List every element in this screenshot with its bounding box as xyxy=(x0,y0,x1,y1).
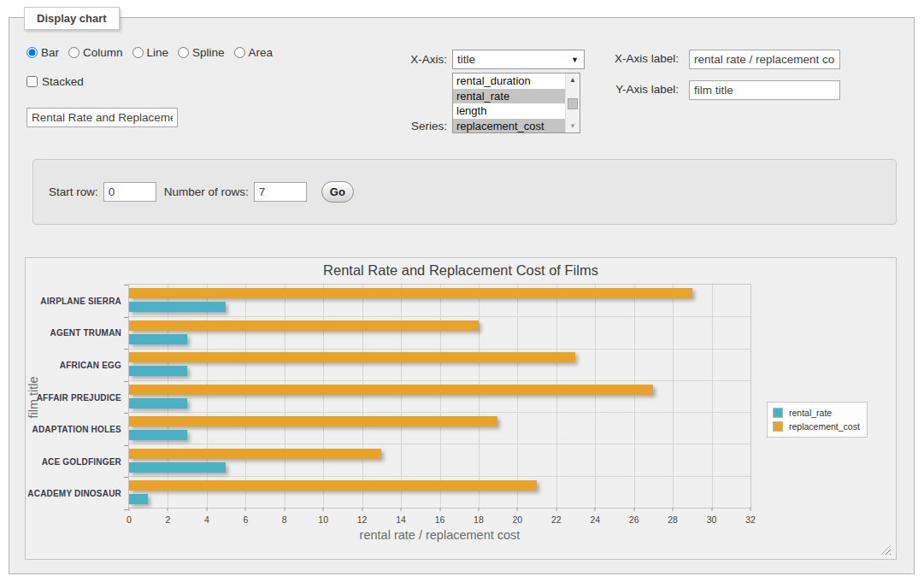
y-tick-mark xyxy=(124,445,128,446)
x-axis-label-input[interactable] xyxy=(689,50,840,69)
radio-column[interactable] xyxy=(68,47,79,58)
scrollbar-track[interactable] xyxy=(566,86,580,120)
scroll-down-icon[interactable]: ▼ xyxy=(566,120,580,132)
x-tick-mark xyxy=(673,508,674,511)
x-tick-mark xyxy=(323,508,324,511)
stacked-option[interactable]: Stacked xyxy=(26,75,84,88)
start-row-input[interactable] xyxy=(103,182,156,202)
bar-rental_rate xyxy=(129,494,148,504)
num-rows-input[interactable] xyxy=(254,182,307,202)
chart-type-option-column[interactable]: Column xyxy=(68,46,123,59)
gridline-v xyxy=(207,285,208,508)
app-window: Display chart BarColumnLineSplineArea St… xyxy=(0,0,924,582)
bar-replacement_cost xyxy=(129,352,575,362)
x-tick-mark xyxy=(633,508,634,511)
legend-swatch-replacement_cost xyxy=(773,421,783,432)
series-option-rental_rate[interactable]: rental_rate xyxy=(453,89,565,104)
series-caption: Series: xyxy=(368,120,447,132)
chart-type-option-area[interactable]: Area xyxy=(234,46,274,59)
start-row-label: Start row: xyxy=(49,185,98,198)
x-tick-label: 8 xyxy=(282,514,287,525)
chart-title-input[interactable] xyxy=(26,108,178,127)
x-tick-label: 32 xyxy=(745,514,756,525)
x-tick-label: 10 xyxy=(318,514,328,525)
series-option-replacement_cost[interactable]: replacement_cost xyxy=(453,119,565,133)
x-tick-mark xyxy=(517,508,518,511)
x-axis-select[interactable]: title ▼ xyxy=(452,50,585,69)
x-tick-mark xyxy=(595,508,596,511)
x-tick-label: 30 xyxy=(707,514,717,525)
category-label: AGENT TRUMAN xyxy=(50,328,121,338)
y-axis-label-input[interactable] xyxy=(689,80,840,100)
radio-label: Spline xyxy=(192,46,225,59)
x-tick-mark xyxy=(478,508,479,511)
scrollbar-thumb[interactable] xyxy=(568,98,578,109)
chart-type-option-bar[interactable]: Bar xyxy=(26,46,59,59)
legend-label: replacement_cost xyxy=(789,421,860,432)
gridline-v xyxy=(595,285,596,508)
x-axis-caption: X-Axis: xyxy=(368,53,447,66)
stacked-checkbox[interactable] xyxy=(26,76,38,87)
radio-spline[interactable] xyxy=(178,47,189,58)
x-tick-label: 4 xyxy=(204,514,209,525)
category-label: AFRICAN EGG xyxy=(60,360,121,369)
series-scrollbar[interactable]: ▲ ▼ xyxy=(565,73,580,132)
radio-label: Bar xyxy=(41,46,59,59)
y-tick-mark xyxy=(124,477,128,478)
y-tick-mark xyxy=(124,381,128,382)
x-axis-title: rental rate / replacement cost xyxy=(360,528,521,542)
gridline-h xyxy=(129,316,750,317)
chart-legend: rental_ratereplacement_cost xyxy=(767,402,868,438)
gridline-v xyxy=(556,285,557,508)
x-axis-label-caption: X-Axis label: xyxy=(593,52,679,65)
scroll-up-icon[interactable]: ▲ xyxy=(566,73,580,86)
y-axis-title: film title xyxy=(26,329,42,466)
bar-rental_rate xyxy=(129,462,226,473)
x-tick-mark xyxy=(750,508,751,511)
legend-entry-replacement_cost: replacement_cost xyxy=(773,420,860,433)
gridline-v xyxy=(440,285,441,508)
series-multiselect[interactable]: rental_durationrental_ratelengthreplacem… xyxy=(452,73,580,133)
display-chart-panel: Display chart BarColumnLineSplineArea St… xyxy=(9,17,915,574)
radio-line[interactable] xyxy=(132,47,144,58)
chart-type-option-spline[interactable]: Spline xyxy=(178,46,225,59)
chart-title: Rental Rate and Replacement Cost of Film… xyxy=(26,262,896,279)
gridline-h xyxy=(129,444,750,444)
gridline-v xyxy=(517,285,518,508)
series-option-rental_duration[interactable]: rental_duration xyxy=(453,73,565,89)
series-options: rental_durationrental_ratelengthreplacem… xyxy=(453,73,565,132)
y-axis-label-caption: Y-Axis label: xyxy=(593,83,679,96)
radio-label: Line xyxy=(147,46,169,59)
resize-grip-icon[interactable] xyxy=(881,545,891,555)
category-label: ACE GOLDFINGER xyxy=(42,456,121,466)
y-tick-mark xyxy=(124,285,128,285)
bar-replacement_cost xyxy=(129,480,537,491)
category-label: AFFAIR PREJUDICE xyxy=(37,392,121,402)
gridline-v xyxy=(245,285,246,508)
bar-replacement_cost xyxy=(129,320,479,331)
gridline-h xyxy=(129,476,750,477)
chart-container: Rental Rate and Replacement Cost of Film… xyxy=(25,257,897,560)
x-tick-mark xyxy=(401,508,402,511)
x-axis-select-value: title xyxy=(453,53,571,66)
radio-label: Column xyxy=(83,46,123,59)
x-tick-label: 22 xyxy=(551,514,562,525)
chart-type-option-line[interactable]: Line xyxy=(132,46,169,59)
go-button[interactable]: Go xyxy=(321,181,354,203)
gridline-v xyxy=(634,285,635,508)
x-tick-label: 20 xyxy=(513,514,523,525)
bar-rental_rate xyxy=(129,302,226,312)
legend-swatch-rental_rate xyxy=(773,408,783,418)
bar-rental_rate xyxy=(129,398,187,409)
x-tick-label: 26 xyxy=(629,514,639,525)
series-option-length[interactable]: length xyxy=(453,103,565,119)
category-label: ACADEMY DINOSAUR xyxy=(27,489,121,498)
x-tick-mark xyxy=(284,508,285,511)
gridline-v xyxy=(362,285,363,508)
bar-replacement_cost xyxy=(129,449,381,459)
radio-area[interactable] xyxy=(234,47,245,58)
x-tick-mark xyxy=(362,508,362,511)
category-label: ADAPTATION HOLES xyxy=(32,425,122,434)
y-tick-mark xyxy=(124,509,128,510)
radio-bar[interactable] xyxy=(26,47,38,58)
